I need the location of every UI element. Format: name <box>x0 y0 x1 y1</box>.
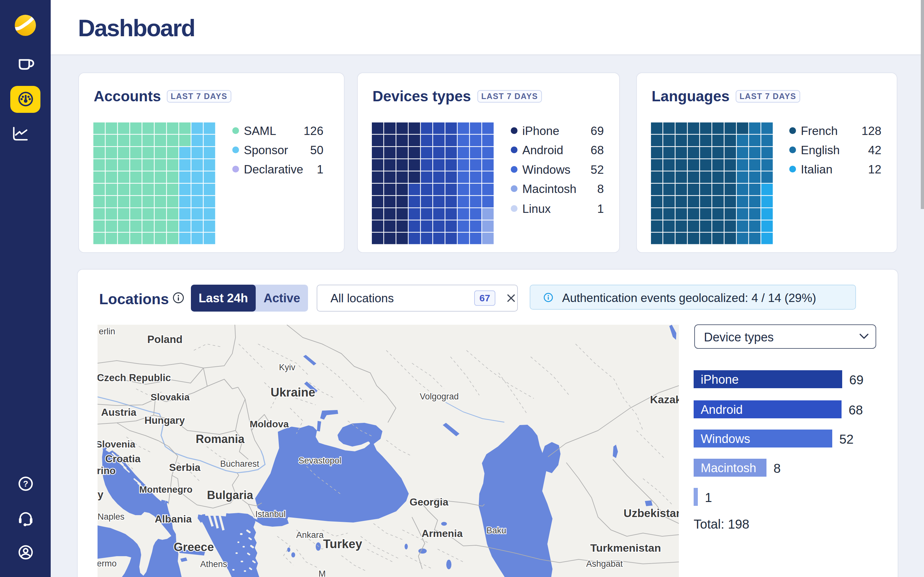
svg-text:Ankara: Ankara <box>296 530 324 540</box>
svg-text:?: ? <box>23 479 28 488</box>
svg-text:Armenia: Armenia <box>422 528 463 539</box>
svg-text:Slovenia: Slovenia <box>97 439 136 450</box>
svg-text:y: y <box>97 488 103 500</box>
svg-text:Czech Republic: Czech Republic <box>97 372 171 384</box>
svg-text:Greece: Greece <box>174 540 214 554</box>
svg-text:Albania: Albania <box>155 513 192 525</box>
svg-text:Ashgabat: Ashgabat <box>586 559 623 569</box>
svg-text:Naples: Naples <box>97 512 124 522</box>
svg-text:Kazak: Kazak <box>650 393 679 406</box>
svg-text:Slovakia: Slovakia <box>150 392 190 402</box>
svg-text:Moldova: Moldova <box>250 419 289 429</box>
svg-text:Sevastopol: Sevastopol <box>298 456 341 466</box>
svg-text:ermo: ermo <box>97 559 117 568</box>
svg-text:Montenegro: Montenegro <box>139 484 192 495</box>
svg-text:Serbia: Serbia <box>169 462 200 473</box>
svg-text:Baku: Baku <box>486 526 506 535</box>
svg-text:erlin: erlin <box>99 327 115 336</box>
svg-text:Romania: Romania <box>196 432 245 446</box>
svg-text:Georgia: Georgia <box>410 496 449 508</box>
svg-text:Poland: Poland <box>147 334 183 345</box>
svg-text:Uzbekistan: Uzbekistan <box>624 507 679 519</box>
svg-text:Kyiv: Kyiv <box>279 363 296 372</box>
svg-text:Hungary: Hungary <box>144 415 185 426</box>
svg-text:Ukraine: Ukraine <box>270 386 315 399</box>
svg-text:Volgograd: Volgograd <box>420 392 459 401</box>
svg-text:Istanbul: Istanbul <box>255 509 286 519</box>
svg-text:Bulgaria: Bulgaria <box>207 488 254 502</box>
svg-text:Croatia: Croatia <box>105 453 141 464</box>
svg-text:rino: rino <box>97 465 116 476</box>
svg-text:Austria: Austria <box>101 406 136 418</box>
svg-text:Turkey: Turkey <box>323 537 362 551</box>
svg-text:Turkmenistan: Turkmenistan <box>590 542 661 554</box>
svg-text:Athens: Athens <box>200 559 227 569</box>
svg-text:M: M <box>318 569 326 577</box>
svg-text:Bucharest: Bucharest <box>220 459 259 469</box>
